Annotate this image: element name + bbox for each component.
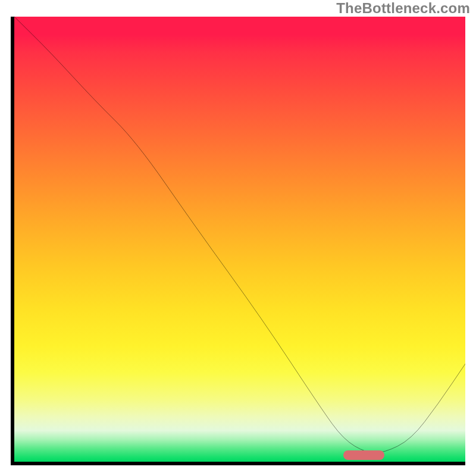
plot-area — [11, 17, 465, 465]
bottleneck-curve — [14, 17, 465, 462]
watermark-text: TheBottleneck.com — [336, 0, 470, 17]
optimal-range-marker — [343, 450, 384, 460]
curve-path — [14, 17, 465, 453]
